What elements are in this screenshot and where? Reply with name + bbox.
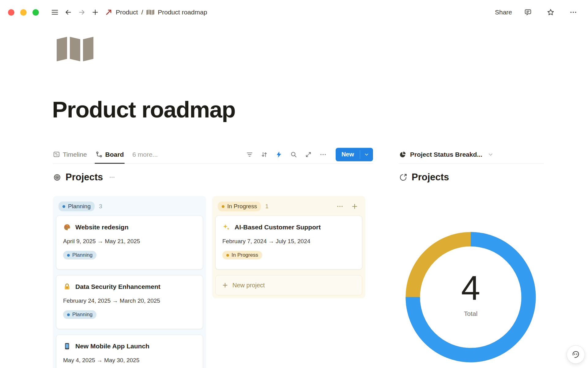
comments-button[interactable] <box>521 6 535 19</box>
kanban-board: Planning 3 Website redesign April 9, 202… <box>53 196 373 368</box>
pie-chart-icon <box>399 151 406 158</box>
sort-arrows-icon <box>261 151 268 158</box>
card-date-range: February 24, 2025 → March 20, 2025 <box>63 297 196 304</box>
close-window-button[interactable] <box>8 9 14 16</box>
expand-button[interactable] <box>302 149 315 160</box>
plus-icon <box>222 282 228 289</box>
timeline-view-icon <box>53 151 60 158</box>
new-dropdown-button[interactable] <box>360 148 373 161</box>
card-date-range: April 9, 2025 → May 21, 2025 <box>63 238 196 245</box>
new-page-button[interactable] <box>89 6 102 19</box>
main-content: Timeline Board 6 more... <box>53 145 373 368</box>
window-topbar: Product / Product roadmap Share <box>0 0 588 25</box>
new-project-button[interactable]: New project <box>215 275 362 295</box>
status-badge: In Progress <box>222 251 262 259</box>
breadcrumb-parent[interactable]: Product <box>116 9 138 16</box>
view-options-button[interactable] <box>317 149 330 160</box>
more-views-button[interactable]: 6 more... <box>132 151 158 158</box>
new-project-label: New project <box>232 282 265 289</box>
map-icon <box>57 36 93 64</box>
favorite-button[interactable] <box>544 6 557 19</box>
card-date-range: May 4, 2025 → May 30, 2025 <box>63 357 196 364</box>
notion-ai-button[interactable] <box>567 345 585 364</box>
ellipsis-icon <box>319 151 327 158</box>
column-menu-button[interactable] <box>335 201 345 212</box>
new-button[interactable]: New <box>336 148 360 161</box>
plus-icon <box>91 8 99 16</box>
search-button[interactable] <box>287 149 300 160</box>
chart-panel-header[interactable]: Project Status Breakd... <box>399 145 544 164</box>
status-badge: Planning <box>63 251 96 259</box>
chart-panel-title: Project Status Breakd... <box>410 151 482 158</box>
view-tabs-bar: Timeline Board 6 more... <box>53 145 373 164</box>
filter-icon <box>246 151 253 158</box>
card-title: Data Security Enhancement <box>75 283 160 290</box>
section-menu-button[interactable] <box>108 174 116 181</box>
sidebar-menu-button[interactable] <box>48 6 62 19</box>
card-data-security-enhancement[interactable]: Data Security Enhancement February 24, 2… <box>56 275 203 329</box>
hamburger-icon <box>51 8 59 16</box>
column-in-progress: In Progress 1 <box>212 196 365 298</box>
card-new-mobile-app-launch[interactable]: New Mobile App Launch May 4, 2025 → May … <box>56 335 203 368</box>
column-add-card-button[interactable] <box>349 201 360 212</box>
page-icon-button[interactable] <box>57 36 93 64</box>
column-count: 3 <box>99 203 102 210</box>
column-planning-cards: Website redesign April 9, 2025 → May 21,… <box>56 216 203 368</box>
chart-section-title: Projects <box>412 172 449 183</box>
page-title: Product roadmap <box>52 96 235 123</box>
topbar-actions: Share <box>495 6 580 19</box>
card-website-redesign[interactable]: Website redesign April 9, 2025 → May 21,… <box>56 216 203 270</box>
sparkles-icon <box>222 223 230 231</box>
card-ai-based-customer-support[interactable]: AI-Based Customer Support February 7, 20… <box>215 216 362 270</box>
expand-arrows-icon <box>305 151 312 158</box>
board-section-title: Projects <box>66 172 103 183</box>
breadcrumb-separator: / <box>141 9 143 16</box>
minimize-window-button[interactable] <box>20 9 27 16</box>
donut-chart-svg <box>397 224 544 368</box>
breadcrumb: Product / Product roadmap <box>105 9 207 16</box>
status-dot <box>67 313 70 316</box>
status-dot <box>67 254 70 257</box>
column-in-progress-header: In Progress 1 <box>215 199 362 214</box>
chevron-down-icon <box>364 152 369 157</box>
sort-button[interactable] <box>258 149 271 160</box>
share-button[interactable]: Share <box>495 9 512 16</box>
tab-timeline-label: Timeline <box>63 151 87 158</box>
status-dot <box>62 205 65 208</box>
tab-timeline[interactable]: Timeline <box>53 145 87 163</box>
map-icon <box>146 9 154 16</box>
lock-icon <box>63 283 71 291</box>
back-button[interactable] <box>62 6 75 19</box>
plus-icon <box>351 203 358 210</box>
column-name: In Progress <box>227 203 257 210</box>
breadcrumb-current[interactable]: Product roadmap <box>158 9 207 16</box>
teamspace-dart-icon <box>105 9 112 16</box>
card-date-range: February 7, 2024 → July 15, 2024 <box>222 238 355 245</box>
in-progress-status-pill[interactable]: In Progress <box>218 201 261 211</box>
forward-button[interactable] <box>75 6 89 19</box>
more-options-button[interactable] <box>567 6 580 19</box>
column-actions <box>335 201 360 212</box>
mobile-phone-icon <box>63 342 71 350</box>
zoom-window-button[interactable] <box>32 9 39 16</box>
planning-status-pill[interactable]: Planning <box>58 201 95 211</box>
column-count: 1 <box>265 203 269 210</box>
star-icon <box>547 8 555 16</box>
donut-chart: 4 Total <box>397 224 544 368</box>
status-badge: Planning <box>63 310 96 319</box>
comment-bubble-icon <box>524 8 532 16</box>
board-view-icon <box>96 151 103 158</box>
automations-button[interactable] <box>273 149 285 160</box>
chart-section-header: Projects <box>399 172 544 183</box>
ellipsis-icon <box>336 203 344 210</box>
notion-ai-face-icon <box>571 350 581 359</box>
chart-panel: Project Status Breakd... Projects 4 Tota… <box>399 145 544 368</box>
filter-button[interactable] <box>243 149 256 160</box>
view-toolbar: New <box>243 148 373 161</box>
status-dot <box>226 254 229 257</box>
tab-board[interactable]: Board <box>96 145 124 163</box>
board-section-header: Projects <box>53 172 373 183</box>
column-planning-header: Planning 3 <box>56 199 203 214</box>
column-name: Planning <box>68 203 91 210</box>
tab-board-label: Board <box>105 151 124 158</box>
